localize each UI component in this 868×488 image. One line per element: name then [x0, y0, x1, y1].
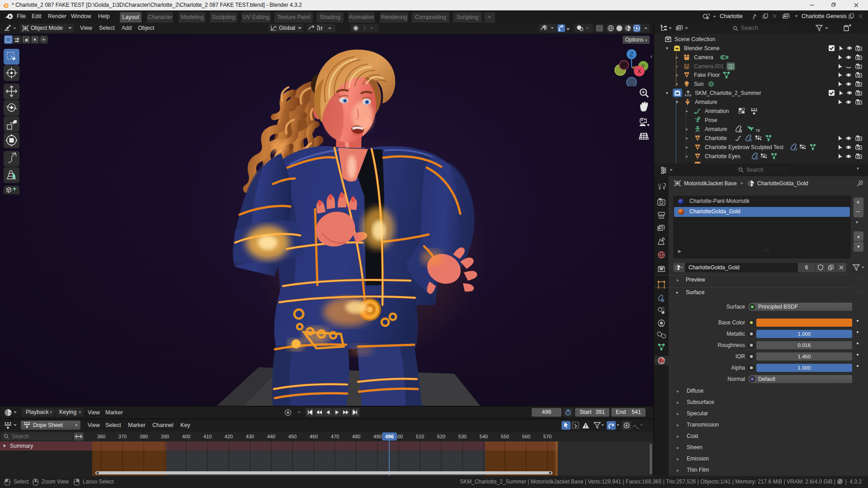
svg-text:530: 530	[458, 434, 467, 439]
svg-text:460: 460	[310, 434, 318, 439]
svg-text:560: 560	[522, 434, 530, 439]
svg-text:480: 480	[352, 434, 360, 439]
svg-text:490: 490	[373, 434, 382, 439]
svg-text:78: 78	[755, 128, 760, 133]
svg-text:470: 470	[331, 434, 339, 439]
svg-text:520: 520	[437, 434, 445, 439]
svg-text:Z: Z	[630, 52, 633, 58]
svg-text:360: 360	[97, 434, 105, 439]
svg-text:420: 420	[225, 434, 233, 439]
svg-text:410: 410	[203, 434, 212, 439]
svg-text:430: 430	[246, 434, 254, 439]
svg-text:Summary: Summary	[10, 443, 33, 449]
svg-text:390: 390	[161, 434, 169, 439]
svg-text:380: 380	[140, 434, 148, 439]
svg-text:570: 570	[543, 434, 552, 439]
svg-text:450: 450	[288, 434, 297, 439]
svg-text:X: X	[637, 68, 641, 75]
svg-text:440: 440	[267, 434, 275, 439]
svg-text:370: 370	[118, 434, 127, 439]
svg-text:400: 400	[182, 434, 190, 439]
svg-text:550: 550	[501, 434, 509, 439]
svg-text:540: 540	[480, 434, 488, 439]
svg-text:496: 496	[385, 434, 394, 439]
svg-text:510: 510	[416, 434, 424, 439]
